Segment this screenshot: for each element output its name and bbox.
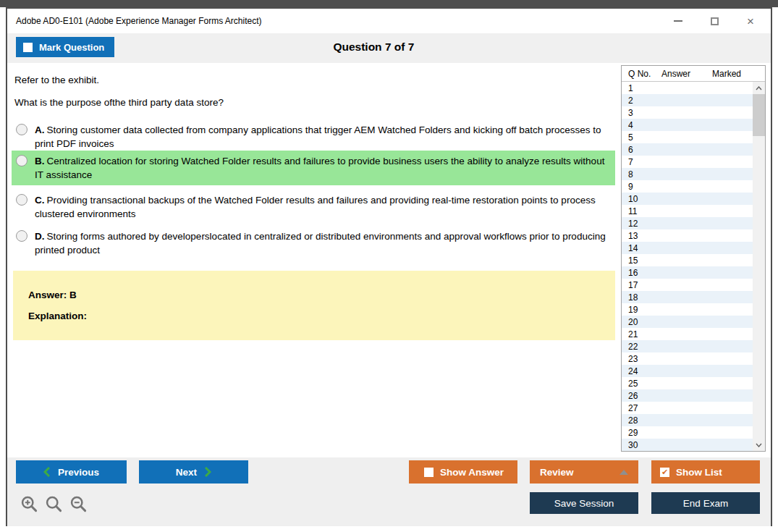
question-list-row[interactable]: 29: [622, 426, 765, 439]
question-list-row[interactable]: 15: [622, 254, 765, 266]
show-list-button[interactable]: ✔ Show List: [651, 460, 760, 484]
review-label: Review: [540, 467, 574, 478]
question-number: 8: [622, 169, 661, 180]
question-list-row[interactable]: 28: [622, 414, 765, 426]
option-c[interactable]: C.Providing transactional backups of the…: [12, 190, 615, 224]
question-list-row[interactable]: 27: [622, 402, 765, 414]
next-button[interactable]: Next: [139, 460, 248, 484]
question-list-row[interactable]: 1: [622, 82, 765, 94]
question-number: 9: [622, 182, 661, 192]
question-list-row[interactable]: 25: [622, 377, 765, 389]
mark-question-checkbox-icon: [23, 43, 33, 52]
option-b-text: Centralized location for storing Watched…: [35, 156, 604, 180]
question-list-row[interactable]: 20: [622, 316, 765, 328]
option-c-letter: C.: [35, 195, 45, 206]
column-marked: Marked: [712, 69, 752, 79]
close-icon: ×: [747, 15, 754, 28]
radio-option-c[interactable]: [16, 194, 28, 206]
question-number: 19: [622, 305, 661, 315]
question-list-row[interactable]: 4: [622, 119, 765, 131]
question-number: 2: [622, 96, 661, 106]
question-number: 15: [622, 256, 661, 266]
question-number: 26: [622, 391, 661, 401]
maximize-button[interactable]: [704, 12, 724, 30]
minimize-button[interactable]: [668, 12, 688, 30]
option-a[interactable]: A.Storing customer data collected from c…: [12, 119, 615, 154]
checkmark-icon: ✔: [661, 468, 668, 476]
question-list-row[interactable]: 22: [622, 340, 765, 352]
question-list-row[interactable]: 6: [622, 143, 765, 156]
question-counter: Question 7 of 7: [333, 41, 414, 54]
question-list-row[interactable]: 17: [622, 279, 765, 291]
question-list-row[interactable]: 9: [622, 180, 765, 193]
option-d-text: Storing forms authored by developersloca…: [35, 231, 606, 256]
question-list-row[interactable]: 10: [622, 193, 765, 205]
question-list-body: 1234567891011121314151617181920212223242…: [622, 82, 765, 451]
dropdown-up-icon: [620, 470, 628, 475]
question-list-row[interactable]: 23: [622, 352, 765, 365]
option-a-letter: A.: [35, 124, 45, 135]
question-number: 14: [622, 243, 661, 253]
question-list-row[interactable]: 21: [622, 328, 765, 340]
maximize-icon: [711, 17, 719, 25]
question-list-row[interactable]: 5: [622, 131, 765, 143]
review-button[interactable]: Review: [530, 460, 638, 484]
question-list-row[interactable]: 16: [622, 266, 765, 279]
question-list-row[interactable]: 11: [622, 205, 765, 217]
question-number: 12: [622, 219, 661, 229]
next-label: Next: [176, 467, 197, 478]
radio-option-d[interactable]: [16, 230, 28, 242]
zoom-out-icon[interactable]: [69, 495, 88, 513]
answer-box: Answer: B Explanation:: [13, 271, 615, 340]
previous-button[interactable]: Previous: [16, 460, 127, 484]
option-d[interactable]: D.Storing forms authored by developerslo…: [12, 226, 615, 261]
header-bar: Mark Question Question 7 of 7: [7, 33, 771, 63]
question-list-row[interactable]: 19: [622, 303, 765, 316]
minimize-icon: [674, 20, 682, 22]
show-answer-label: Show Answer: [440, 467, 504, 478]
question-number: 11: [622, 206, 661, 216]
close-button[interactable]: ×: [740, 12, 761, 30]
app-window: Adobe AD0-E101 (Adobe Experience Manager…: [6, 7, 772, 526]
question-number: 23: [622, 354, 661, 364]
zoom-reset-icon[interactable]: [45, 495, 63, 513]
show-answer-button[interactable]: Show Answer: [409, 460, 517, 484]
scroll-down-icon[interactable]: [753, 439, 765, 451]
zoom-in-icon[interactable]: [20, 495, 38, 513]
question-list-row[interactable]: 7: [622, 156, 765, 168]
mark-question-label: Mark Question: [39, 42, 104, 53]
question-list-row[interactable]: 30: [622, 439, 765, 451]
question-list-scrollbar[interactable]: [753, 82, 765, 451]
scroll-up-icon[interactable]: [753, 82, 765, 94]
mark-question-button[interactable]: Mark Question: [16, 37, 114, 57]
option-b[interactable]: B.Centralized location for storing Watch…: [12, 151, 615, 185]
option-c-text: Providing transactional backups of the W…: [35, 195, 596, 219]
option-a-text: Storing customer data collected from com…: [35, 124, 601, 149]
end-exam-button[interactable]: End Exam: [651, 492, 760, 514]
question-list-row[interactable]: 14: [622, 242, 765, 254]
question-list-row[interactable]: 26: [622, 389, 765, 402]
question-prompt: What is the purpose ofthe third party da…: [14, 97, 224, 108]
scrollbar-thumb[interactable]: [753, 94, 765, 136]
question-number: 30: [622, 440, 661, 450]
question-list: Q No. Answer Marked 12345678910111213141…: [621, 65, 766, 452]
question-list-row[interactable]: 12: [622, 217, 765, 229]
radio-option-b[interactable]: [16, 155, 28, 166]
question-list-row[interactable]: 8: [622, 168, 765, 180]
footer-bar: Previous Next Show Answer Review ✔ Show …: [7, 457, 771, 526]
question-list-row[interactable]: 18: [622, 291, 765, 303]
question-list-row[interactable]: 3: [622, 106, 765, 119]
save-session-label: Save Session: [554, 498, 614, 509]
chevron-right-icon: [205, 467, 211, 477]
question-list-row[interactable]: 13: [622, 229, 765, 242]
radio-option-a[interactable]: [16, 124, 28, 135]
window-controls: ×: [668, 9, 761, 33]
question-list-header: Q No. Answer Marked: [622, 66, 765, 82]
exhibit-note: Refer to the exhibit.: [14, 75, 99, 85]
question-number: 25: [622, 379, 661, 389]
question-list-row[interactable]: 24: [622, 365, 765, 377]
question-list-rows: 1234567891011121314151617181920212223242…: [622, 82, 765, 451]
question-panel: Refer to the exhibit. What is the purpos…: [7, 63, 771, 457]
question-list-row[interactable]: 2: [622, 94, 765, 106]
save-session-button[interactable]: Save Session: [530, 492, 638, 514]
